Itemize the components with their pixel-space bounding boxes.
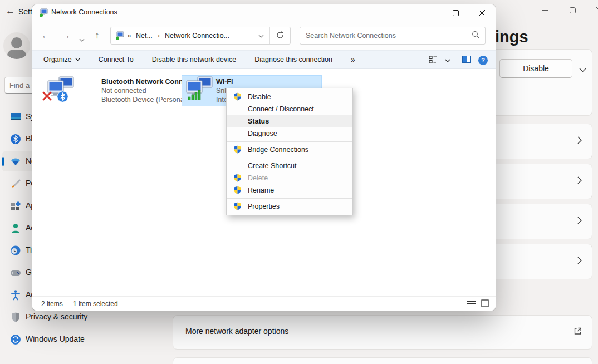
nc-maximize-button[interactable] [444, 4, 467, 21]
menu-item-label: Rename [248, 186, 274, 194]
close-icon [479, 10, 485, 16]
view-options-icon[interactable] [429, 56, 438, 65]
chevron-right-icon [577, 217, 582, 227]
disable-device-button[interactable]: Disable this network device [152, 56, 236, 63]
refresh-icon[interactable] [276, 31, 284, 41]
settings-minimize-button[interactable] [533, 3, 556, 17]
network-connections-app-icon [39, 8, 48, 17]
help-icon[interactable]: ? [478, 56, 488, 65]
minimize-icon [542, 7, 548, 13]
menu-item-label: Create Shortcut [248, 162, 297, 170]
organize-menu[interactable]: Organize [43, 56, 80, 63]
menu-item-create-shortcut[interactable]: Create Shortcut [227, 160, 352, 172]
adapter-disable-button[interactable]: Disable [499, 59, 572, 78]
avatar-head [11, 37, 22, 48]
signal-bars-icon [188, 90, 201, 100]
chevron-right-icon [577, 257, 582, 267]
nc-minimize-button[interactable] [403, 4, 427, 21]
windows-update-icon [10, 334, 21, 345]
details-view-icon[interactable] [467, 300, 476, 309]
menu-item-connect-disconnect[interactable]: Connect / Disconnect [227, 103, 352, 115]
menu-item-properties[interactable]: Properties [227, 200, 352, 213]
breadcrumb-crumb-network-connections[interactable]: Network Connectio... [165, 32, 229, 40]
menu-separator [227, 158, 352, 158]
accounts-icon [10, 223, 21, 234]
menu-item-label: Disable [248, 93, 271, 101]
more-commands-chevrons[interactable]: » [351, 55, 355, 64]
connect-to-button[interactable]: Connect To [99, 56, 134, 63]
desktop: ← Setti Sy Blu Ne [0, 0, 598, 364]
menu-item-delete: Delete [227, 172, 352, 184]
nc-close-button[interactable] [470, 4, 493, 21]
menu-item-label: Diagnose [248, 130, 277, 137]
menu-separator [227, 141, 352, 142]
settings-row-partial[interactable] [173, 357, 592, 364]
forward-icon[interactable]: → [61, 30, 71, 41]
uac-shield-icon [233, 92, 242, 101]
nc-toolbar: ← → ↑ « Net... › Network Connectio... [32, 21, 496, 50]
settings-close-button[interactable] [588, 3, 598, 17]
menu-item-label: Delete [248, 174, 268, 182]
menu-item-label: Properties [248, 203, 280, 210]
personalization-icon [10, 178, 21, 189]
adapter-expand-chevron-icon[interactable] [579, 65, 586, 75]
dropdown-chevron-icon [75, 58, 80, 61]
settings-back-icon[interactable]: ← [6, 6, 15, 17]
network-icon [10, 156, 21, 167]
organize-label: Organize [43, 56, 72, 63]
privacy-icon [10, 312, 21, 323]
back-icon[interactable]: ← [41, 30, 51, 41]
breadcrumb-overflow[interactable]: « [128, 32, 131, 40]
more-network-adapter-options-row[interactable]: More network adapter options [173, 315, 592, 350]
maximize-icon [453, 10, 459, 16]
history-chevron-icon[interactable] [79, 33, 85, 45]
close-icon [596, 7, 598, 13]
sidebar-item-windows-update[interactable]: Windows Update [2, 329, 165, 350]
user-avatar[interactable] [3, 32, 30, 59]
menu-item-label: Bridge Connections [248, 146, 308, 154]
nc-status-bar: 2 items 1 item selected [32, 296, 496, 311]
preview-pane-icon[interactable] [462, 56, 471, 65]
sidebar-label: Ti [26, 245, 32, 254]
nc-search-input[interactable] [300, 28, 472, 43]
search-icon[interactable] [472, 31, 479, 41]
avatar-body [7, 50, 26, 59]
minimize-icon [412, 10, 418, 16]
menu-item-rename[interactable]: Rename [227, 184, 352, 196]
accessibility-icon [10, 289, 21, 301]
menu-item-status[interactable]: Status [227, 115, 352, 127]
chevron-right-icon [577, 136, 582, 146]
nc-search-box[interactable] [300, 27, 486, 45]
disconnected-x-icon [42, 91, 52, 101]
breadcrumb-separator: › [158, 32, 160, 40]
adapter-tile-bluetooth[interactable]: Bluetooth Network Connection Not connect… [42, 76, 180, 106]
address-bar[interactable]: « Net... › Network Connectio... [110, 27, 291, 45]
uac-shield-icon [233, 174, 242, 182]
uac-shield-icon [233, 145, 242, 154]
nc-titlebar[interactable]: Network Connections [32, 4, 496, 21]
menu-item-diagnose[interactable]: Diagnose [227, 127, 352, 140]
address-dropdown-icon[interactable] [258, 32, 264, 40]
maximize-icon [570, 7, 576, 13]
context-menu: Disable Connect / Disconnect Status Diag… [226, 88, 353, 215]
settings-maximize-button[interactable] [561, 3, 584, 17]
nc-window-title: Network Connections [51, 8, 117, 16]
up-icon[interactable]: ↑ [95, 30, 100, 41]
view-dropdown-chevron-icon[interactable] [445, 56, 450, 64]
system-icon [10, 111, 21, 122]
more-network-adapter-options-label: More network adapter options [185, 327, 288, 336]
menu-item-bridge-connections[interactable]: Bridge Connections [227, 144, 352, 156]
address-location-icon [115, 31, 124, 40]
diagnose-connection-button[interactable]: Diagnose this connection [254, 56, 332, 63]
nc-command-bar: Organize Connect To Disable this network… [32, 50, 496, 69]
selected-indicator [2, 157, 4, 166]
menu-item-label: Status [248, 117, 269, 125]
apps-icon [10, 200, 21, 211]
breadcrumb-crumb-network[interactable]: Net... [136, 32, 153, 40]
bluetooth-badge-icon [57, 91, 68, 102]
gaming-icon [10, 267, 21, 278]
large-icons-view-icon[interactable] [481, 299, 489, 309]
external-link-icon [574, 327, 582, 338]
menu-item-disable[interactable]: Disable [227, 91, 352, 103]
item-count: 2 items [41, 300, 63, 308]
